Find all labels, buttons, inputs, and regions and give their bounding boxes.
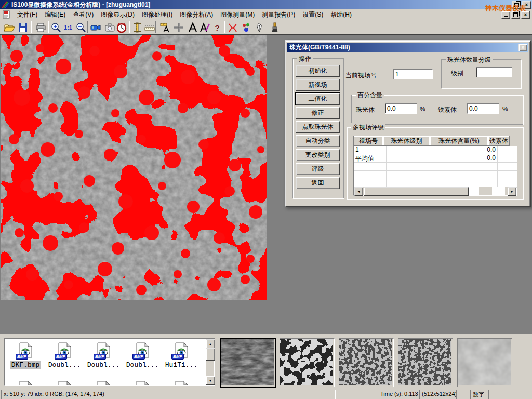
zoom-out-button[interactable] bbox=[74, 21, 88, 34]
scrollbar-thumb[interactable] bbox=[364, 187, 469, 196]
count-points-button[interactable] bbox=[240, 21, 253, 34]
file-name[interactable]: Doubl... bbox=[86, 361, 121, 369]
file-item[interactable]: BMP bbox=[46, 380, 83, 386]
thumbnail-5[interactable] bbox=[457, 338, 512, 387]
file-item[interactable]: BMP Doubl... bbox=[46, 342, 83, 369]
col-pearlite-grade[interactable]: 珠光体级别 bbox=[383, 136, 430, 146]
curve-tool-button[interactable] bbox=[226, 21, 240, 34]
current-field-input[interactable] bbox=[393, 69, 433, 79]
actual-size-button[interactable]: 1:1 bbox=[61, 21, 75, 34]
scroll-up-arrow-icon[interactable]: ▲ bbox=[206, 339, 215, 349]
brush-button[interactable] bbox=[268, 21, 282, 34]
file-list-scrollbar[interactable]: ▲ ▼ bbox=[206, 339, 214, 385]
thumbnail-1[interactable] bbox=[220, 338, 275, 387]
move-cross-button[interactable] bbox=[172, 21, 185, 34]
pearlite-percent-input[interactable] bbox=[385, 103, 417, 114]
binarize-button[interactable]: 二值化 bbox=[296, 93, 340, 105]
file-item[interactable]: BMP bbox=[163, 380, 200, 386]
help-button[interactable]: ? bbox=[210, 21, 224, 34]
scroll-left-arrow-icon[interactable]: ◄ bbox=[354, 187, 363, 196]
file-list[interactable]: BMP DKF.bmp BMP Doubl... BMP Doubl... bbox=[4, 338, 215, 386]
file-item[interactable]: BMP bbox=[124, 380, 161, 386]
menu-file[interactable]: 文件(F) bbox=[14, 9, 41, 20]
bmp-badge: BMP bbox=[55, 354, 67, 360]
table-row[interactable]: 平均值 0.0 bbox=[354, 154, 517, 163]
grading-table[interactable]: 视场号 珠光体级别 珠光体含量(%) 铁素体 1 0.0 平均值 bbox=[353, 136, 517, 196]
restore-button[interactable] bbox=[512, 1, 521, 9]
file-item[interactable]: BMP Doubl... bbox=[124, 342, 161, 369]
menu-settings[interactable]: 设置(S) bbox=[299, 9, 327, 20]
percent-group-label: 百分含量 bbox=[356, 91, 384, 100]
dialog-close-button[interactable]: × bbox=[518, 44, 527, 51]
correct-button[interactable]: 修正 bbox=[296, 107, 340, 119]
menu-view[interactable]: 查看(V) bbox=[69, 9, 97, 20]
menu-edit[interactable]: 编辑(E) bbox=[41, 9, 69, 20]
close-button[interactable]: × bbox=[522, 1, 531, 9]
metallograph-image[interactable] bbox=[1, 35, 267, 300]
file-item[interactable]: BMP bbox=[85, 380, 122, 386]
measure-label-button[interactable] bbox=[158, 21, 172, 34]
mdi-close-button[interactable]: × bbox=[521, 11, 530, 19]
menu-image-display[interactable]: 图像显示(D) bbox=[97, 9, 138, 20]
open-button[interactable] bbox=[3, 21, 16, 34]
video-camera-button[interactable] bbox=[89, 21, 102, 34]
timer-button[interactable] bbox=[115, 21, 128, 34]
horizontal-ruler-button[interactable] bbox=[143, 21, 156, 34]
file-name[interactable]: Doubl... bbox=[47, 361, 82, 369]
scroll-right-arrow-icon[interactable]: ► bbox=[508, 187, 516, 196]
menu-measure-report[interactable]: 测量报告(P) bbox=[258, 9, 299, 20]
menu-image-measure[interactable]: 图像测量(M) bbox=[217, 9, 258, 20]
print-button[interactable] bbox=[34, 21, 47, 34]
thumbnail-3[interactable] bbox=[339, 338, 394, 387]
mdi-restore-button[interactable] bbox=[511, 11, 520, 19]
curve-tool-icon bbox=[227, 22, 238, 33]
table-horizontal-scrollbar[interactable]: ◄ ► bbox=[354, 187, 516, 195]
file-item[interactable]: BMP Doubl... bbox=[85, 342, 122, 369]
init-button[interactable]: 初始化 bbox=[296, 65, 340, 77]
ferrite-unit: % bbox=[502, 105, 508, 113]
vertical-caliper-button[interactable] bbox=[130, 21, 144, 34]
thumbnail-2[interactable] bbox=[280, 338, 335, 387]
scrollbar-thumb[interactable] bbox=[206, 348, 215, 361]
ferrite-percent-input[interactable] bbox=[467, 103, 499, 114]
status-bar: x: 510 y: 79 idx: 0 RGB: (174, 174, 174)… bbox=[0, 388, 532, 399]
table-row[interactable]: 1 0.0 bbox=[354, 146, 517, 154]
text-edit-button[interactable] bbox=[198, 21, 211, 34]
file-name-selected[interactable]: DKF.bmp bbox=[10, 361, 41, 369]
col-field-no[interactable]: 视场号 bbox=[354, 136, 383, 146]
bmp-badge: BMP bbox=[16, 354, 28, 360]
cell-pearlite: 0.0 bbox=[436, 154, 498, 162]
zoom-out-icon bbox=[75, 22, 87, 33]
file-item[interactable]: BMP bbox=[7, 380, 44, 386]
col-ferrite-content[interactable]: 铁素体 bbox=[488, 136, 510, 146]
file-browser-panel: BMP DKF.bmp BMP Doubl... BMP Doubl... bbox=[0, 334, 532, 388]
pick-pearlite-button[interactable]: 点取珠光体 bbox=[296, 121, 340, 133]
grade-button[interactable]: 评级 bbox=[296, 163, 340, 175]
file-item[interactable]: BMP DKF.bmp bbox=[7, 342, 44, 369]
cell-ferrite bbox=[498, 146, 522, 154]
table-row-empty bbox=[354, 163, 517, 171]
change-class-button[interactable]: 更改类别 bbox=[296, 149, 340, 161]
return-button[interactable]: 返回 bbox=[296, 177, 340, 189]
horizontal-ruler-icon bbox=[144, 22, 155, 33]
new-field-button[interactable]: 新视场 bbox=[296, 79, 340, 91]
auto-classify-button[interactable]: 自动分类 bbox=[296, 135, 340, 147]
bmp-file-icon: BMP bbox=[17, 353, 34, 360]
pen-button[interactable] bbox=[252, 21, 266, 34]
menu-image-processing[interactable]: 图像处理(I) bbox=[138, 9, 176, 20]
menu-help[interactable]: 帮助(H) bbox=[327, 9, 355, 20]
dialog-body: 操作 初始化 新视场 二值化 修正 点取珠光体 自动分类 更改类别 评级 返回 … bbox=[287, 52, 528, 205]
file-name[interactable]: HuiTi... bbox=[164, 361, 198, 369]
save-button[interactable] bbox=[16, 21, 30, 34]
mdi-minimize-button[interactable] bbox=[501, 11, 510, 19]
col-pearlite-content[interactable]: 珠光体含量(%) bbox=[430, 136, 488, 146]
scroll-down-arrow-icon[interactable]: ▼ bbox=[206, 376, 215, 385]
bmp-file-icon: BMP bbox=[134, 353, 151, 360]
file-item[interactable]: BMP HuiTi... bbox=[163, 342, 200, 369]
thumbnail-4[interactable] bbox=[398, 338, 453, 387]
dialog-title-bar[interactable]: 珠光体(GB/T9441-88) × bbox=[287, 43, 528, 52]
status-mode: 数字 bbox=[470, 390, 489, 399]
menu-image-analysis[interactable]: 图像分析(A) bbox=[176, 9, 217, 20]
file-name[interactable]: Doubl... bbox=[125, 361, 159, 369]
level-input[interactable] bbox=[476, 67, 512, 77]
